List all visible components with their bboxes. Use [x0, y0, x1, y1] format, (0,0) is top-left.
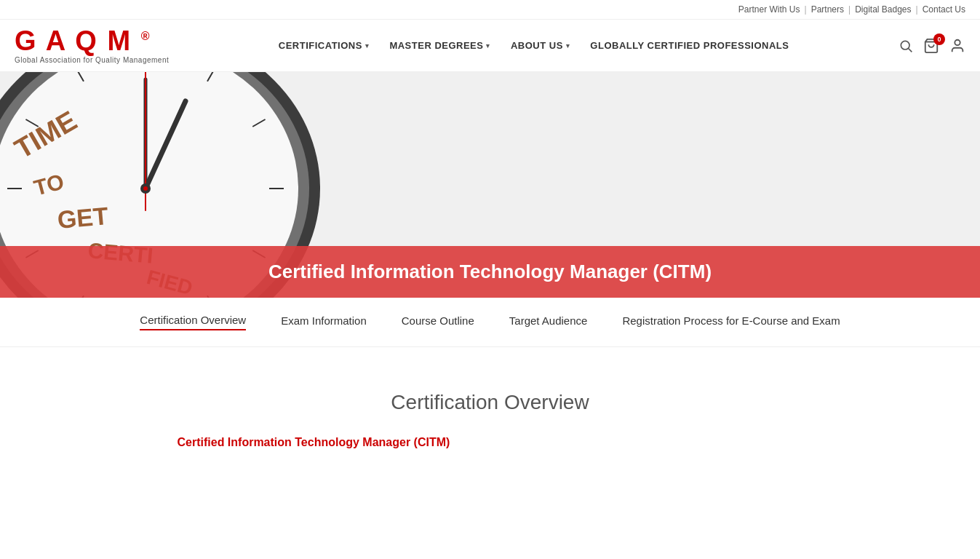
nav-globally-certified-label: GLOBALLY CERTIFIED PROFESSIONALS	[590, 40, 789, 51]
nav-certifications[interactable]: CERTIFICATIONS ▾	[279, 40, 370, 51]
logo-q: Q	[75, 25, 98, 56]
logo-subtext: Global Association for Quality Managemen…	[15, 56, 169, 64]
logo-registered: ®	[141, 30, 151, 42]
logo-area[interactable]: G A Q M ® Global Association for Quality…	[15, 27, 169, 64]
logo-text: G A Q M ®	[15, 27, 169, 55]
nav-about-us-chevron: ▾	[566, 42, 570, 49]
separator-2: |	[848, 4, 850, 15]
user-button[interactable]	[949, 38, 965, 54]
nav-icons: 0	[899, 38, 965, 54]
user-icon	[949, 38, 965, 54]
section-title: Certification Overview	[178, 391, 803, 414]
top-utility-bar: Partner With Us | Partners | Digital Bad…	[0, 0, 980, 20]
tab-certification-overview[interactable]: Certification Overview	[140, 314, 246, 330]
nav-master-degrees-chevron: ▾	[486, 42, 490, 49]
nav-about-us[interactable]: ABOUT US ▾	[511, 40, 570, 51]
nav-certifications-label: CERTIFICATIONS	[279, 40, 362, 51]
cart-button[interactable]: 0	[923, 38, 939, 54]
tab-course-outline[interactable]: Course Outline	[402, 314, 474, 330]
separator-1: |	[805, 4, 807, 15]
search-icon	[899, 39, 913, 53]
digital-badges-link[interactable]: Digital Badges	[855, 4, 911, 15]
site-header: G A Q M ® Global Association for Quality…	[0, 20, 980, 72]
svg-point-28	[143, 186, 148, 191]
hero-title: Certified Information Technology Manager…	[29, 261, 951, 283]
contact-us-link[interactable]: Contact Us	[923, 4, 965, 15]
main-nav: CERTIFICATIONS ▾ MASTER DEGREES ▾ ABOUT …	[169, 40, 899, 51]
nav-master-degrees[interactable]: MASTER DEGREES ▾	[389, 40, 490, 51]
hero-banner: Certified Information Technology Manager…	[0, 246, 980, 298]
nav-about-us-label: ABOUT US	[511, 40, 563, 51]
logo-a: A	[46, 25, 66, 56]
logo-m: M	[107, 25, 132, 56]
svg-point-0	[901, 41, 909, 49]
tab-exam-information[interactable]: Exam Information	[281, 314, 367, 330]
nav-master-degrees-label: MASTER DEGREES	[389, 40, 483, 51]
search-button[interactable]	[899, 39, 913, 53]
cert-subtitle: Certified Information Technology Manager…	[178, 436, 803, 449]
tab-target-audience[interactable]: Target Audience	[509, 314, 588, 330]
svg-text:GET: GET	[56, 202, 109, 234]
nav-certifications-chevron: ▾	[365, 42, 370, 49]
main-content: Certification Overview Certified Informa…	[163, 391, 818, 449]
tab-registration-process[interactable]: Registration Process for E-Course and Ex…	[622, 314, 840, 330]
svg-line-1	[909, 48, 912, 52]
nav-globally-certified[interactable]: GLOBALLY CERTIFIED PROFESSIONALS	[590, 40, 789, 51]
svg-point-3	[955, 39, 960, 44]
partner-with-us-link[interactable]: Partner With Us	[738, 4, 800, 15]
logo-g: G	[15, 25, 38, 56]
separator-3: |	[916, 4, 918, 15]
hero-section: TIME TO GET CERTI FIED	[0, 72, 980, 298]
cart-badge: 0	[933, 33, 945, 45]
partners-link[interactable]: Partners	[811, 4, 844, 15]
tabs-nav: Certification Overview Exam Information …	[0, 298, 980, 347]
